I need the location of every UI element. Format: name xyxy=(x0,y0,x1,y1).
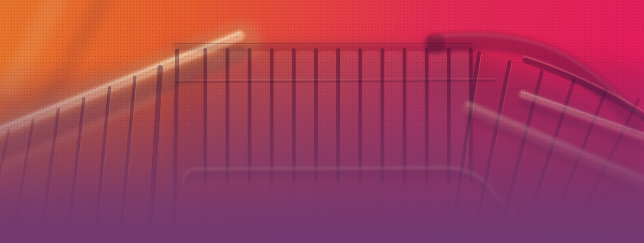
gradient-bottom-fade xyxy=(0,0,644,243)
hero-banner xyxy=(0,0,644,243)
